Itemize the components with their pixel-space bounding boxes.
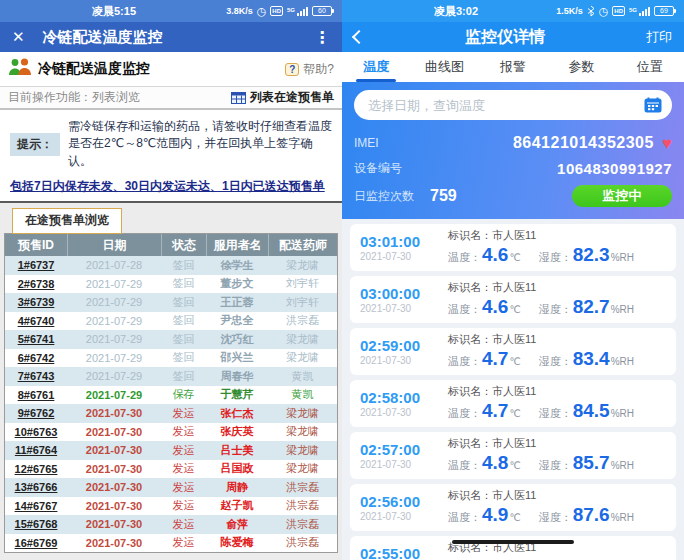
- reading-values-block: 标识名：市人医11 温度： 4.6 ℃ 湿度： 82.7 %RH: [448, 280, 666, 318]
- temperature-unit: ℃: [509, 460, 520, 471]
- temperature-label: 温度：: [448, 302, 481, 317]
- row-date: 2021-07-30: [67, 497, 161, 516]
- table-row: 7#6743 2021-07-29 签回 周春华 黄凯: [5, 367, 337, 386]
- reading-card[interactable]: 02:56:00 2021-07-30 标识名：市人医11 温度： 4.9 ℃ …: [350, 484, 676, 531]
- humidity-label: 湿度：: [539, 458, 572, 473]
- reading-values: 温度： 4.9 ℃ 湿度： 87.6 %RH: [448, 504, 666, 526]
- presale-id-link[interactable]: 2#6738: [5, 275, 67, 294]
- reading-card[interactable]: 02:57:00 2021-07-30 标识名：市人医11 温度： 4.8 ℃ …: [350, 432, 676, 479]
- presale-id-link[interactable]: 3#6739: [5, 293, 67, 312]
- table-row: 15#6768 2021-07-30 发运 俞萍 洪宗磊: [5, 515, 337, 534]
- reading-time: 03:01:00: [360, 233, 448, 250]
- col-header-status: 状态: [161, 234, 206, 256]
- reading-tag-name: 标识名：市人医11: [448, 280, 666, 295]
- battery-icon: 60: [312, 6, 334, 16]
- table-row: 16#6769 2021-07-30 发运 陈爱梅 洪宗磊: [5, 534, 337, 553]
- humidity-unit: %RH: [611, 304, 634, 315]
- help-button[interactable]: ? 帮助?: [285, 61, 334, 78]
- table-row: 4#6740 2021-07-29 签回 尹忠全 洪宗磊: [5, 312, 337, 331]
- signal-icon: 5G: [287, 7, 308, 16]
- presale-id-link[interactable]: 14#6767: [5, 497, 67, 516]
- app-header: 冷链配送温度监控 ? 帮助?: [0, 52, 342, 86]
- list-in-transit-button[interactable]: 列表在途预售单: [231, 89, 334, 106]
- reading-card[interactable]: 03:01:00 2021-07-30 标识名：市人医11 温度： 4.6 ℃ …: [350, 224, 676, 271]
- reading-date: 2021-07-30: [360, 407, 448, 418]
- tab-label: 参数: [568, 58, 594, 76]
- tab-item[interactable]: 报警: [479, 52, 547, 82]
- tab-item[interactable]: 曲线图: [410, 52, 478, 82]
- humidity-value: 82.7: [573, 296, 610, 318]
- reading-time-block: 02:56:00 2021-07-30: [360, 493, 448, 522]
- presale-id-link[interactable]: 4#6740: [5, 312, 67, 331]
- presale-id-link[interactable]: 7#6743: [5, 367, 67, 386]
- presale-id-link[interactable]: 5#6741: [5, 330, 67, 349]
- bluetooth-icon: [587, 5, 595, 17]
- presale-id-link[interactable]: 6#6742: [5, 349, 67, 368]
- table-row: 1#6737 2021-07-28 签回 徐学生 梁龙啸: [5, 256, 337, 275]
- temperature-value: 4.7: [482, 348, 508, 370]
- temperature-unit: ℃: [509, 252, 520, 263]
- presale-id-link[interactable]: 8#6761: [5, 386, 67, 405]
- overflow-menu-icon[interactable]: ⋮: [314, 28, 330, 47]
- reading-card[interactable]: 02:58:00 2021-07-30 标识名：市人医11 温度： 4.7 ℃ …: [350, 380, 676, 427]
- humidity-unit: %RH: [611, 252, 634, 263]
- heart-favorite-icon[interactable]: ♥: [662, 135, 672, 152]
- temperature-value: 5.0: [482, 556, 508, 560]
- imei-value: 864121014352305: [513, 134, 654, 152]
- table-row: 11#6764 2021-07-30 发运 吕士美 梁龙啸: [5, 441, 337, 460]
- calendar-icon[interactable]: [644, 97, 662, 113]
- print-button[interactable]: 打印: [646, 28, 672, 46]
- scope-link[interactable]: 包括7日内保存未发、30日内发运未达、1日内已送达预售单: [0, 176, 342, 201]
- row-pharmacist-name: 洪宗磊: [268, 312, 337, 331]
- humidity-value: 83.4: [573, 348, 610, 370]
- detail-tabs: 温度 曲线图 报警 参数 位置: [342, 52, 684, 82]
- row-patient-name: 张庆英: [206, 423, 268, 442]
- reading-tag-name: 标识名：市人医11: [448, 384, 666, 399]
- temperature-unit: ℃: [509, 304, 520, 315]
- daily-monitor-count-label: 日监控次数: [354, 188, 414, 205]
- presale-id-link[interactable]: 11#6764: [5, 441, 67, 460]
- left-clock-time: 凌晨5:15: [92, 4, 136, 19]
- close-icon[interactable]: ✕: [12, 28, 25, 46]
- home-indicator[interactable]: [452, 540, 574, 544]
- reading-card[interactable]: 03:00:00 2021-07-30 标识名：市人医11 温度： 4.6 ℃ …: [350, 276, 676, 323]
- row-date: 2021-07-29: [67, 349, 161, 368]
- tab-item[interactable]: 参数: [547, 52, 615, 82]
- temperature-value: 4.9: [482, 504, 508, 526]
- tab-item[interactable]: 温度: [342, 52, 410, 82]
- row-date: 2021-07-29: [67, 386, 161, 405]
- presale-id-link[interactable]: 10#6763: [5, 423, 67, 442]
- row-pharmacist-name: 洪宗磊: [268, 534, 337, 553]
- reading-card[interactable]: 02:59:00 2021-07-30 标识名：市人医11 温度： 4.7 ℃ …: [350, 328, 676, 375]
- reading-tag-name: 标识名：市人医11: [448, 436, 666, 451]
- table-section: 在途预售单浏览 预售ID 日期 状态 服用者名 配送药师 1#6737 2021…: [0, 203, 342, 560]
- tab-in-transit-presale-browse[interactable]: 在途预售单浏览: [12, 208, 122, 234]
- right-phone-monitor-detail: 凌晨3:02 1.5K/s ◷ HD 5G 69 监控仪详情 打印 温度: [342, 0, 684, 560]
- reading-values-block: 标识名：市人医11 温度： 4.9 ℃ 湿度： 87.6 %RH: [448, 488, 666, 526]
- row-date: 2021-07-30: [67, 423, 161, 442]
- two-people-icon: [8, 58, 32, 80]
- row-date: 2021-07-29: [67, 367, 161, 386]
- date-search-bar[interactable]: [354, 90, 672, 120]
- reading-time-block: 02:57:00 2021-07-30: [360, 441, 448, 470]
- row-status: 签回: [161, 330, 206, 349]
- temperature-value: 4.8: [482, 452, 508, 474]
- reading-time-block: 02:59:00 2021-07-30: [360, 337, 448, 366]
- date-search-input[interactable]: [368, 98, 644, 113]
- left-status-icons: 3.8K/s ◷ HD 5G 60: [226, 6, 334, 17]
- presale-id-link[interactable]: 1#6737: [5, 256, 67, 275]
- row-pharmacist-name: 梁龙啸: [268, 349, 337, 368]
- table-row: 12#6765 2021-07-30 发运 吕国政 梁龙啸: [5, 460, 337, 479]
- presale-id-link[interactable]: 12#6765: [5, 460, 67, 479]
- hd-icon: HD: [612, 6, 625, 16]
- presale-id-link[interactable]: 15#6768: [5, 515, 67, 534]
- row-status: 发运: [161, 497, 206, 516]
- monitoring-status-button[interactable]: 监控中: [572, 185, 672, 207]
- presale-id-link[interactable]: 13#6766: [5, 478, 67, 497]
- presale-id-link[interactable]: 16#6769: [5, 534, 67, 553]
- tab-item[interactable]: 位置: [616, 52, 684, 82]
- humidity-value: 84.5: [573, 400, 610, 422]
- tab-label: 位置: [637, 58, 663, 76]
- presale-id-link[interactable]: 9#6762: [5, 404, 67, 423]
- device-number-label: 设备编号: [354, 160, 402, 177]
